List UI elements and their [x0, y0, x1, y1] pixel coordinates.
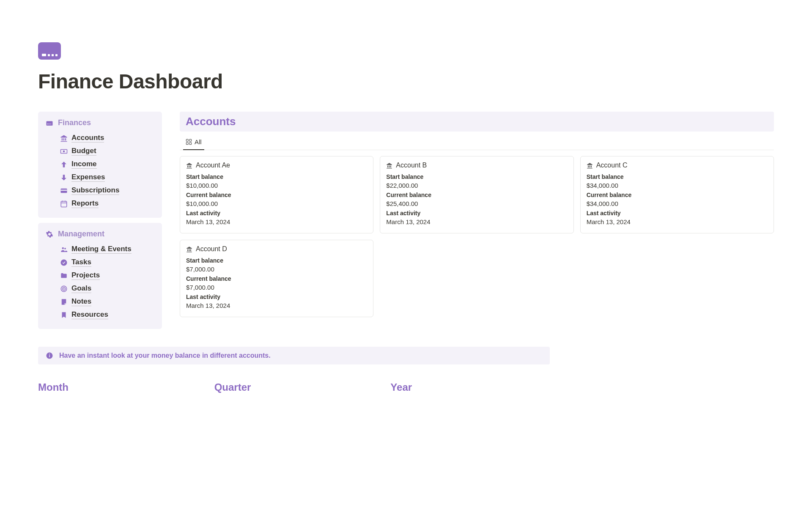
account-name: Account B: [396, 162, 427, 169]
field-label: Last activity: [587, 210, 768, 217]
tabs: All: [180, 135, 774, 150]
svg-point-12: [62, 247, 64, 249]
info-text: Have an instant look at your money balan…: [59, 352, 271, 359]
info-banner: Have an instant look at your money balan…: [38, 347, 550, 364]
bottom-title: Year: [390, 381, 550, 393]
sidebar-section-title: Finances: [58, 118, 91, 127]
sidebar-item-tasks[interactable]: Tasks: [60, 256, 154, 269]
bookmark-icon: [60, 311, 68, 319]
bank-icon: [587, 162, 593, 169]
note-icon: [60, 298, 68, 306]
target-icon: [60, 285, 68, 293]
sidebar-item-label: Reports: [71, 199, 99, 208]
sidebar-item-expenses[interactable]: Expenses: [60, 171, 154, 184]
svg-point-5: [63, 150, 65, 152]
people-icon: [60, 246, 68, 253]
sidebar-section-finances: Finances Accounts Budget Income: [38, 112, 162, 218]
gear-icon: [46, 230, 53, 238]
account-name: Account Ae: [196, 162, 230, 169]
bottom-title: Quarter: [214, 381, 374, 393]
svg-rect-23: [49, 355, 50, 357]
calendar-icon: [60, 200, 68, 208]
svg-rect-20: [186, 143, 188, 145]
folder-icon: [60, 272, 68, 280]
arrow-down-icon: [60, 174, 68, 181]
svg-rect-2: [49, 123, 50, 124]
last-activity-value: March 13, 2024: [386, 218, 567, 225]
sidebar-item-accounts[interactable]: Accounts: [60, 132, 154, 145]
account-name: Account D: [196, 245, 227, 253]
accounts-section-header: Accounts: [180, 112, 774, 132]
field-label: Current balance: [386, 192, 567, 198]
field-label: Last activity: [186, 293, 367, 300]
check-circle-icon: [60, 259, 68, 266]
sidebar-item-notes[interactable]: Notes: [60, 295, 154, 308]
field-label: Start balance: [186, 257, 367, 264]
account-card[interactable]: Account C Start balance $34,000.00 Curre…: [580, 156, 774, 233]
field-label: Current balance: [186, 275, 367, 282]
tab-all[interactable]: All: [183, 135, 204, 150]
field-label: Current balance: [587, 192, 768, 198]
field-label: Start balance: [186, 173, 367, 180]
svg-rect-1: [47, 123, 49, 124]
sidebar-item-label: Notes: [71, 297, 91, 306]
sidebar-item-budget[interactable]: Budget: [60, 145, 154, 158]
card-icon: [60, 187, 68, 195]
sidebar-item-income[interactable]: Income: [60, 158, 154, 171]
arrow-up-icon: [60, 161, 68, 168]
money-icon: [60, 148, 68, 155]
quarter-section: Quarter: [214, 381, 374, 393]
current-balance-value: $10,000.00: [186, 200, 367, 207]
bank-icon: [60, 134, 68, 142]
current-balance-value: $34,000.00: [587, 200, 768, 207]
section-title: Accounts: [186, 115, 768, 128]
account-card[interactable]: Account B Start balance $22,000.00 Curre…: [380, 156, 573, 233]
sidebar-section-management: Management Meeting & Events Tasks Projec…: [38, 223, 162, 329]
last-activity-value: March 13, 2024: [186, 302, 367, 309]
sidebar-item-label: Subscriptions: [71, 186, 119, 195]
sidebar-item-projects[interactable]: Projects: [60, 269, 154, 282]
field-label: Start balance: [587, 173, 768, 180]
current-balance-value: $25,400.00: [386, 200, 567, 207]
sidebar-item-label: Budget: [71, 147, 96, 156]
year-section: Year: [390, 381, 550, 393]
account-card[interactable]: Account D Start balance $7,000.00 Curren…: [180, 240, 373, 317]
sidebar-item-goals[interactable]: Goals: [60, 282, 154, 295]
svg-point-24: [49, 354, 50, 354]
start-balance-value: $7,000.00: [186, 266, 367, 273]
sidebar-item-label: Resources: [71, 310, 108, 319]
last-activity-value: March 13, 2024: [587, 218, 768, 225]
page-icon: [38, 42, 61, 60]
sidebar-item-resources[interactable]: Resources: [60, 308, 154, 321]
info-icon: [46, 352, 53, 359]
account-card[interactable]: Account Ae Start balance $10,000.00 Curr…: [180, 156, 373, 233]
finances-icon: [46, 119, 53, 127]
field-label: Current balance: [186, 192, 367, 198]
current-balance-value: $7,000.00: [186, 284, 367, 291]
sidebar-item-reports[interactable]: Reports: [60, 197, 154, 210]
page-title: Finance Dashboard: [38, 70, 774, 93]
svg-rect-0: [47, 121, 53, 126]
gallery-icon: [186, 139, 192, 145]
svg-point-13: [64, 247, 66, 249]
svg-rect-21: [189, 143, 192, 145]
field-label: Start balance: [386, 173, 567, 180]
field-label: Last activity: [386, 210, 567, 217]
svg-point-17: [63, 288, 64, 289]
main-content: Accounts All Account Ae Start balance $1…: [180, 112, 774, 334]
sidebar-item-label: Expenses: [71, 173, 105, 182]
sidebar-item-subscriptions[interactable]: Subscriptions: [60, 184, 154, 197]
svg-rect-18: [186, 139, 188, 141]
sidebar-item-label: Projects: [71, 271, 100, 280]
sidebar: Finances Accounts Budget Income: [38, 112, 162, 334]
sidebar-item-label: Tasks: [71, 258, 91, 267]
bank-icon: [386, 162, 392, 169]
sidebar-item-meetings[interactable]: Meeting & Events: [60, 243, 154, 256]
start-balance-value: $10,000.00: [186, 182, 367, 189]
svg-point-14: [61, 259, 67, 266]
bottom-title: Month: [38, 381, 198, 393]
svg-rect-19: [189, 139, 192, 141]
sidebar-item-label: Meeting & Events: [71, 245, 132, 254]
start-balance-value: $22,000.00: [386, 182, 567, 189]
sidebar-item-label: Goals: [71, 284, 91, 293]
